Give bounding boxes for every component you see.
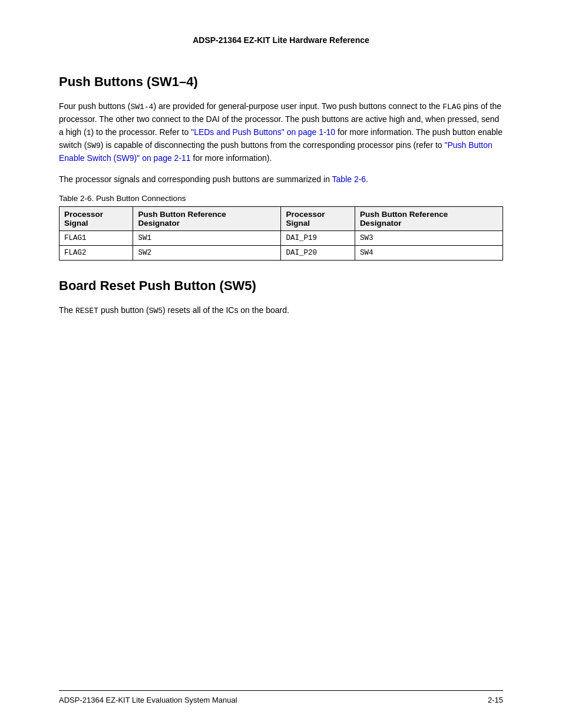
footer-left: ADSP-21364 EZ-KIT Lite Evaluation System… <box>59 696 237 704</box>
footer-right: 2-15 <box>488 696 503 704</box>
cell-sw2: SW2 <box>133 246 281 261</box>
header-title: ADSP-21364 EZ-KIT Lite Hardware Referenc… <box>193 35 369 45</box>
section-push-buttons: Push Buttons (SW1–4) Four push buttons (… <box>59 74 503 261</box>
section1-para2: The processor signals and corresponding … <box>59 173 503 186</box>
link-table2-6[interactable]: Table 2-6 <box>332 174 366 184</box>
cell-sw3: SW3 <box>355 231 503 246</box>
section-board-reset: Board Reset Push Button (SW5) The RESET … <box>59 278 503 317</box>
page: ADSP-21364 EZ-KIT Lite Hardware Referenc… <box>0 0 562 728</box>
link-leds-push-buttons[interactable]: "LEDs and Push Buttons" on page 1-10 <box>191 127 335 137</box>
page-header: ADSP-21364 EZ-KIT Lite Hardware Referenc… <box>59 35 503 45</box>
code-reset: RESET <box>75 307 98 315</box>
section1-para1: Four push buttons (SW1-4) are provided f… <box>59 100 503 165</box>
code-1: 1 <box>87 129 91 137</box>
table-row: FLAG1 SW1 DAI_P19 SW3 <box>59 231 503 246</box>
section2-para: The RESET push button (SW5) resets all o… <box>59 304 503 317</box>
table-caption: Table 2-6. Push Button Connections <box>59 194 503 203</box>
col-header-push-button-ref-2: Push Button ReferenceDesignator <box>355 207 503 231</box>
page-footer: ADSP-21364 EZ-KIT Lite Evaluation System… <box>59 690 503 704</box>
code-sw9: SW9 <box>87 141 100 150</box>
section1-title: Push Buttons (SW1–4) <box>59 74 503 90</box>
section2-title: Board Reset Push Button (SW5) <box>59 278 503 294</box>
col-header-processor-signal-2: ProcessorSignal <box>281 207 355 231</box>
cell-flag1: FLAG1 <box>59 231 133 246</box>
code-flag: FLAG <box>442 103 461 111</box>
code-sw5: SW5 <box>149 307 163 315</box>
cell-sw1: SW1 <box>133 231 281 246</box>
cell-dai-p20: DAI_P20 <box>281 246 355 261</box>
code-sw1-4: SW1-4 <box>130 103 153 111</box>
push-button-table: ProcessorSignal Push Button ReferenceDes… <box>59 206 503 261</box>
table-row: FLAG2 SW2 DAI_P20 SW4 <box>59 246 503 261</box>
cell-flag2: FLAG2 <box>59 246 133 261</box>
link-push-button-enable[interactable]: "Push Button Enable Switch (SW9)" on pag… <box>59 140 492 163</box>
cell-sw4: SW4 <box>355 246 503 261</box>
col-header-processor-signal-1: ProcessorSignal <box>59 207 133 231</box>
cell-dai-p19: DAI_P19 <box>281 231 355 246</box>
col-header-push-button-ref-1: Push Button ReferenceDesignator <box>133 207 281 231</box>
